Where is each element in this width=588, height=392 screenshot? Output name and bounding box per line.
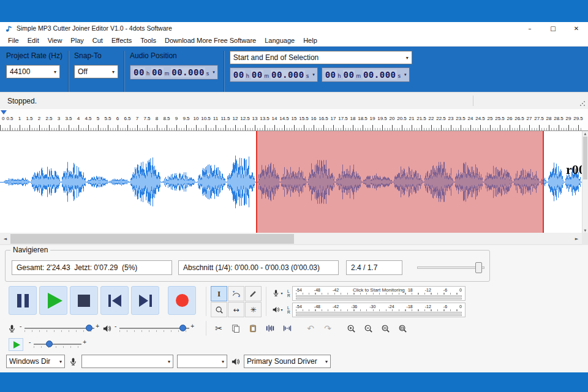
zoom-tool-button[interactable] [211,302,227,317]
redo-button[interactable]: ↷ [320,321,336,336]
play-at-speed-button[interactable] [9,338,23,351]
chevron-down-icon[interactable]: ▾ [404,72,407,77]
project-rate-combo[interactable]: 44100 ▾ [6,65,60,78]
recording-channels-combo[interactable]: ▾ [177,355,227,368]
navigate-slider[interactable] [415,260,487,275]
ruler-label: 27.5 [534,116,544,121]
pencil-icon [249,290,257,298]
play-button[interactable] [39,286,67,315]
resize-grip[interactable] [579,100,586,107]
record-button[interactable] [168,286,196,315]
zoom-to-fit-button[interactable] [394,321,410,336]
playback-device-combo[interactable]: Primary Sound Driver ▾ [244,355,331,368]
multi-tool-button[interactable]: ✳ [245,302,262,317]
play-speed-slider[interactable]: - + [28,337,87,351]
pause-button[interactable] [9,286,37,315]
minutes-digits[interactable]: 00 [251,70,263,80]
copy-button[interactable] [228,321,244,336]
slider-thumb[interactable] [179,325,186,331]
scroll-left-icon[interactable]: ◄ [0,233,10,245]
minimize-button[interactable]: – [518,22,541,34]
playback-meter[interactable]: ▾ LR -54-48-42-36-30-24-18-12-60 [270,302,466,317]
slider-track [24,328,94,329]
recording-meter[interactable]: ▾ LR -54-48-42-36-30-24-18-12-60 Click t… [270,285,466,301]
monitor-hint[interactable]: Click to Start Monitoring [350,287,408,293]
playback-volume-slider[interactable]: - + [114,322,195,335]
section-time-field[interactable]: Abschnitt (1/4): 0'00.00 - 0'00.03 (0'00… [178,260,339,275]
meter-scale-label: -42 [333,304,339,309]
menu-cut[interactable]: Cut [88,37,107,44]
skip-to-end-button[interactable] [131,286,159,315]
vertical-scroll-thumb[interactable] [583,137,587,179]
selection-mode-combo[interactable]: Start and End of Selection ▾ [230,51,412,64]
selection-end-display[interactable]: 00h 00m 00.000s ▾ [322,67,410,82]
time-shift-tool-button[interactable]: ↔ [228,302,244,317]
selection-tool-button[interactable]: I [211,286,227,301]
waveform-track[interactable]: r00 ▲ ▼ [0,131,588,233]
horizontal-scrollbar[interactable]: ◄ ► [0,233,588,245]
menu-file[interactable]: File [4,37,23,44]
close-button[interactable]: ✕ [565,22,588,34]
audio-host-combo[interactable]: Windows Dir ▾ [6,355,65,368]
chevron-down-icon[interactable]: ▾ [312,72,315,77]
slider-thumb[interactable] [475,262,482,273]
seconds-digits[interactable]: 00.000 [271,70,305,80]
undo-button[interactable]: ↶ [303,321,318,336]
chevron-down-icon: ▾ [168,359,170,364]
recording-meter-dropdown[interactable]: ▾ [270,289,285,297]
ruler-label: 24.5 [475,116,485,121]
hours-digits[interactable]: 00 [325,70,337,80]
menu-effects[interactable]: Effects [107,37,136,44]
minutes-digits[interactable]: 00 [343,70,355,80]
play-at-speed-icon [13,341,20,349]
envelope-tool-button[interactable] [228,286,244,301]
recording-meter-body[interactable]: -54-48-42-36-30-24-18-12-60 Click to Sta… [292,286,466,301]
menu-tools[interactable]: Tools [136,37,160,44]
paste-button[interactable] [245,321,261,336]
seconds-digits[interactable]: 00.000 [363,70,397,80]
scroll-up-icon[interactable]: ▲ [582,132,588,135]
audio-host-value: Windows Dir [9,357,50,366]
menu-language[interactable]: Language [260,37,299,44]
timeline-ruler[interactable]: 00.511.522.533.544.555.566.577.588.599.5… [0,109,588,131]
waveform-canvas[interactable] [0,131,582,232]
menu-download-more-free-software[interactable]: Download More Free Software [160,37,260,44]
menu-help[interactable]: Help [299,37,322,44]
zoom-in-icon [347,324,356,333]
chevron-down-icon[interactable]: ▾ [213,70,215,75]
zoom-ratio-field[interactable]: 2.4 / 1.7 [346,260,402,275]
record-volume-slider[interactable]: - + [19,322,100,335]
maximize-button[interactable]: □ [541,22,565,34]
cut-button[interactable]: ✂ [211,321,227,336]
menu-edit[interactable]: Edit [23,37,43,44]
scroll-down-icon[interactable]: ▼ [582,228,588,232]
speaker-icon [272,306,280,314]
menu-play[interactable]: Play [66,37,88,44]
playhead-marker[interactable] [1,110,7,115]
slider-thumb[interactable] [86,325,92,331]
horizontal-scroll-thumb[interactable] [10,234,294,244]
playback-meter-body[interactable]: -54-48-42-36-30-24-18-12-60 [292,303,466,317]
selection-start-display[interactable]: 00h 00m 00.000s ▾ [230,67,318,82]
playback-meter-dropdown[interactable]: ▾ [270,306,285,314]
snap-to-combo[interactable]: Off ▾ [74,65,118,78]
zoom-out-button[interactable] [360,321,376,336]
app-icon [5,24,13,32]
audio-position-display[interactable]: 00h 00m 00.000s ▾ [130,65,218,80]
zoom-in-button[interactable] [343,321,359,336]
recording-device-combo[interactable]: ▾ [81,355,173,368]
stop-button[interactable] [70,286,98,315]
vertical-scrollbar[interactable]: ▲ ▼ [582,131,588,233]
minutes-digits[interactable]: 00 [151,67,164,77]
trim-audio-button[interactable] [262,321,278,336]
hours-digits[interactable]: 00 [233,70,245,80]
seconds-digits[interactable]: 00.000 [171,67,205,77]
total-time-field[interactable]: Gesamt: 2'24.43 Jetzt: 0'07.29 (5%) [12,260,172,275]
skip-to-start-button[interactable] [100,286,129,315]
zoom-to-selection-button[interactable] [377,321,393,336]
scroll-right-icon[interactable]: ► [571,233,582,245]
hours-digits[interactable]: 00 [133,67,145,77]
draw-tool-button[interactable] [245,286,262,301]
silence-audio-button[interactable] [279,321,295,336]
menu-view[interactable]: View [43,37,67,44]
